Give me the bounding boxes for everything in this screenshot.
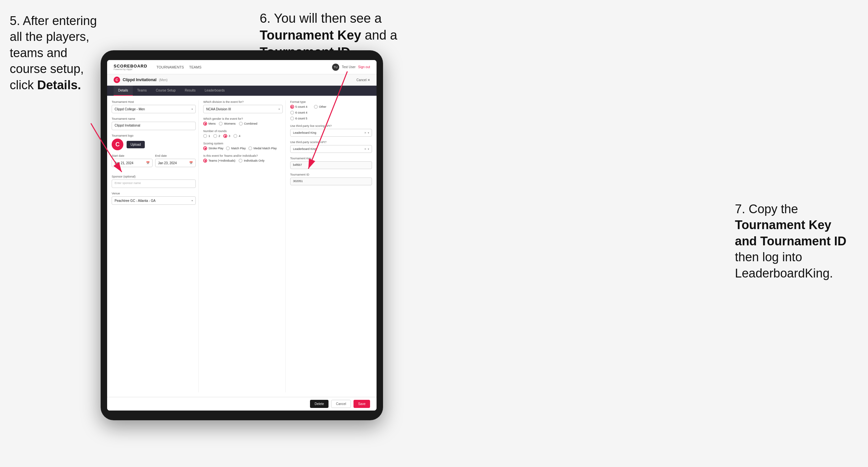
tournament-name-input[interactable]: Clippd Invitational [112,122,196,130]
format-6count4-label: 6 count 4 [296,111,307,114]
save-button[interactable]: Save [353,400,370,408]
gender-group: Which gender is the event for? Mens Wome… [203,117,282,126]
annotation-right-line5: LeaderboardKing. [735,267,833,280]
api2-clear: ✕ ▾ [364,148,369,151]
api2-label: Use third-party scoring API? [290,141,372,144]
scoring-group: Scoring system Stroke Play Match Play [203,142,282,150]
tournament-header: C Clippd Invitational (Men) Cancel ✕ [107,74,376,86]
teams-plus-label: Teams (+Individuals) [208,159,235,162]
scoring-stroke[interactable]: Stroke Play [203,146,223,150]
tab-teams[interactable]: Teams [133,86,151,96]
start-date-input[interactable]: Jan 21, 2024 📅 [112,159,153,167]
rounds-3-label: 3 [228,134,230,137]
format-5count4-label: 5 count 4 [296,105,307,108]
radio-round2-dot [213,134,217,138]
venue-group: Venue Peachtree GC - Atlanta - GA ▾ [112,192,196,205]
format-5count4[interactable]: 5 count 4 [290,105,307,109]
sign-out-link[interactable]: Sign out [358,65,370,69]
radio-6count4-dot [290,111,294,115]
tab-course-setup[interactable]: Course Setup [151,86,180,96]
sponsor-group: Sponsor (optional) Enter sponsor name [112,175,196,188]
delete-button[interactable]: Delete [310,400,329,408]
rounds-2[interactable]: 2 [213,134,220,138]
tournament-subtitle: (Men) [159,78,167,82]
tournament-name-group: Tournament name Clippd Invitational [112,117,196,130]
cancel-button[interactable]: Cancel [331,400,351,408]
format-options: 5 count 4 6 count 4 6 count 5 [290,105,372,120]
annotation-right-line3: and Tournament ID [735,234,846,248]
venue-input[interactable]: Peachtree GC - Atlanta - GA ▾ [112,196,196,205]
format-type-group: Format type 5 count 4 6 count 4 [290,100,372,120]
gender-mens[interactable]: Mens [203,122,216,126]
rounds-radio-group: 1 2 3 4 [203,134,282,138]
api1-x[interactable]: ✕ [364,131,367,134]
division-label: Which division is the event for? [203,100,282,103]
tournament-cancel-btn[interactable]: Cancel ✕ [356,78,370,82]
top-nav: SCOREBOARD Powered by clippd TOURNAMENTS… [107,60,376,74]
tournament-id-group: Tournament ID 302051 [290,173,372,185]
tournament-logo-label: Tournament logo [112,134,196,137]
rounds-3[interactable]: 3 [223,134,230,138]
teams-plus-individuals[interactable]: Teams (+Individuals) [203,159,235,163]
scoring-medal-match[interactable]: Medal Match Play [248,146,277,150]
annotation-left-line2: all the players, [10,30,89,43]
radio-mens-dot [203,122,207,126]
annotation-top-bold1: Tournament Key [260,28,361,42]
tab-leaderboards[interactable]: Leaderboards [200,86,229,96]
dropdown-arrow-host: ▾ [191,108,193,111]
rounds-1[interactable]: 1 [203,134,210,138]
radio-individuals-dot [239,159,243,163]
scoring-match[interactable]: Match Play [226,146,246,150]
teams-group: Is this event for Teams and/or Individua… [203,154,282,163]
venue-label: Venue [112,192,196,195]
format-6count4[interactable]: 6 count 4 [290,111,307,115]
api1-select[interactable]: Leaderboard King ✕ ▾ [290,129,372,136]
start-date-value: Jan 21, 2024 [115,161,133,165]
nav-teams[interactable]: TEAMS [189,65,202,69]
radio-womens-dot [219,122,223,126]
api2-select[interactable]: Leaderboard King ✕ ▾ [290,145,372,153]
division-group: Which division is the event for? NCAA Di… [203,100,282,113]
calendar-icon-end: 📅 [189,161,193,164]
sponsor-input[interactable]: Enter sponsor name [112,180,196,188]
sponsor-label: Sponsor (optional) [112,175,196,178]
calendar-icon: 📅 [146,161,150,164]
division-input[interactable]: NCAA Division III ▾ [203,105,282,113]
gender-womens[interactable]: Womens [219,122,235,126]
tab-results[interactable]: Results [180,86,200,96]
individuals-only[interactable]: Individuals Only [239,159,265,163]
scoring-stroke-label: Stroke Play [208,147,223,150]
radio-round1-dot [203,134,207,138]
rounds-4-label: 4 [239,134,240,137]
format-6count5-label: 6 count 5 [296,117,307,120]
nav-right: TU Test User Sign out [332,64,370,71]
annotation-left-line3: teams and [10,46,67,60]
tournament-name-value: Clippd Invitational [115,124,140,127]
gender-combined[interactable]: Combined [239,122,257,126]
rounds-4[interactable]: 4 [234,134,240,138]
nav-tournaments[interactable]: TOURNAMENTS [156,65,184,69]
format-other-label: Other [319,105,327,108]
api1-value: Leaderboard King [293,131,316,134]
start-date-group: Start date Jan 21, 2024 📅 [112,154,153,167]
dropdown-arrow-division: ▾ [279,108,280,111]
api1-arrow: ▾ [368,131,369,134]
tournament-key-value: b4f6b7 [290,161,372,169]
format-6count5[interactable]: 6 count 5 [290,117,307,120]
annotation-left-line1: 5. After entering [10,14,97,28]
tournament-host-input[interactable]: Clippd College - Men ▾ [112,105,196,113]
radio-stroke-dot [203,146,207,150]
scoring-radio-group: Stroke Play Match Play Medal Match Play [203,146,282,150]
app-logo-sub: Powered by clippd [114,68,147,70]
radio-other-dot [314,105,318,109]
tab-details[interactable]: Details [114,86,133,96]
teams-label: Is this event for Teams and/or Individua… [203,154,282,157]
tournament-logo-group: Tournament logo C Upload [112,134,196,150]
end-date-input[interactable]: Jan 23, 2024 📅 [155,159,196,167]
api2-x[interactable]: ✕ [364,148,367,151]
format-other[interactable]: Other [314,105,327,109]
action-bar: Delete Cancel Save [107,397,376,410]
rounds-2-label: 2 [218,134,220,137]
upload-button[interactable]: Upload [127,141,145,148]
tablet-frame: SCOREBOARD Powered by clippd TOURNAMENTS… [101,50,383,420]
